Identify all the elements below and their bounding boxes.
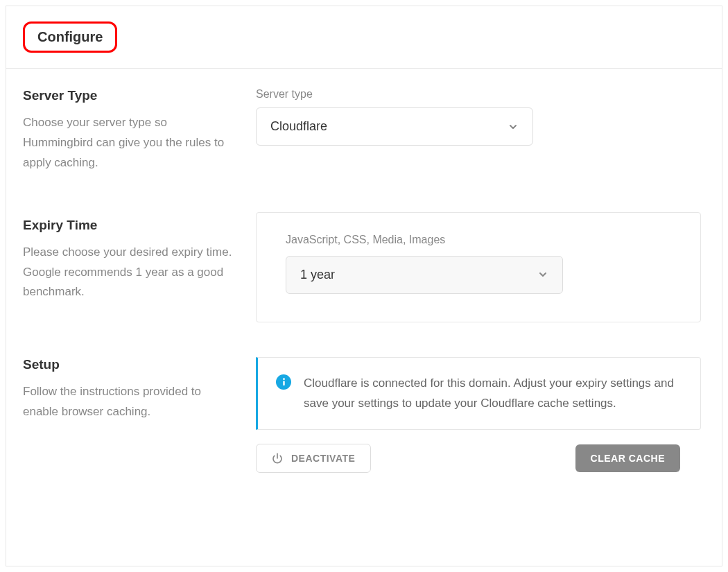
section-server-type: Server Type Choose your server type so H…	[6, 69, 722, 193]
expiry-time-desc: Please choose your desired expiry time. …	[23, 243, 239, 303]
expiry-time-value: 1 year	[300, 268, 335, 282]
settings-panel: Configure Server Type Choose your server…	[6, 6, 722, 566]
setup-desc: Follow the instructions provided to enab…	[23, 382, 239, 422]
info-icon	[276, 374, 291, 390]
server-type-title: Server Type	[23, 88, 239, 103]
button-row: DEACTIVATE CLEAR CACHE	[256, 430, 701, 473]
section-expiry-time: Expiry Time Please choose your desired e…	[6, 193, 722, 342]
tab-configure[interactable]: Configure	[37, 29, 103, 44]
notice-box: Cloudflare is connected for this domain.…	[256, 357, 701, 431]
expiry-box: JavaScript, CSS, Media, Images 1 year	[256, 212, 701, 322]
setup-title: Setup	[23, 357, 239, 372]
server-type-value: Cloudflare	[270, 119, 327, 134]
clear-cache-label: CLEAR CACHE	[591, 453, 665, 464]
section-setup: Setup Follow the instructions provided t…	[6, 342, 722, 493]
server-type-field-label: Server type	[256, 88, 701, 101]
chevron-down-icon	[537, 269, 548, 280]
deactivate-button[interactable]: DEACTIVATE	[256, 444, 371, 473]
expiry-field-label: JavaScript, CSS, Media, Images	[286, 234, 671, 246]
clear-cache-button[interactable]: CLEAR CACHE	[575, 444, 680, 472]
tab-header: Configure	[6, 6, 722, 69]
tab-configure-highlight: Configure	[23, 21, 117, 53]
expiry-time-select[interactable]: 1 year	[286, 256, 563, 294]
notice-text: Cloudflare is connected for this domain.…	[304, 373, 682, 415]
svg-point-0	[283, 378, 285, 380]
expiry-time-title: Expiry Time	[23, 218, 239, 233]
server-type-desc: Choose your server type so Hummingbird c…	[23, 113, 239, 173]
svg-rect-1	[283, 381, 284, 385]
chevron-down-icon	[508, 121, 519, 132]
server-type-select[interactable]: Cloudflare	[256, 107, 533, 146]
power-icon	[272, 453, 283, 464]
deactivate-label: DEACTIVATE	[291, 453, 355, 464]
